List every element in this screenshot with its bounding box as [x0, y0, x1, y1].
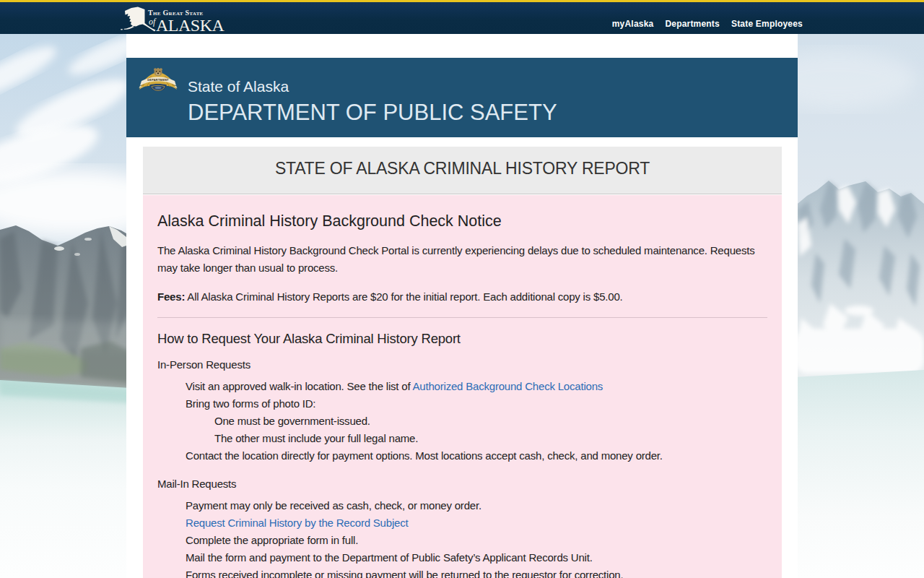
svg-text:The Great State: The Great State: [148, 9, 204, 17]
svg-text:DEPARTMENT: DEPARTMENT: [147, 78, 169, 82]
svg-text:ALASKA: ALASKA: [156, 16, 225, 35]
